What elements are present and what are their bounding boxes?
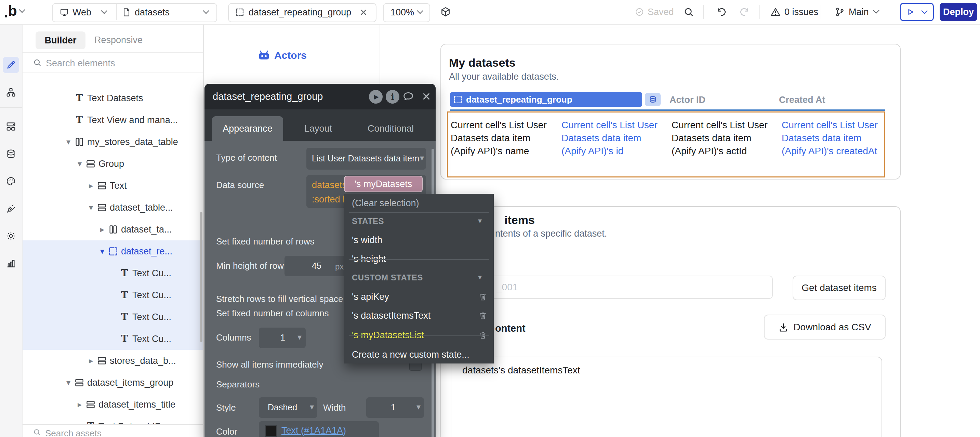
close-icon[interactable]	[421, 91, 431, 102]
rail-plug-button[interactable]	[3, 200, 19, 217]
zoom-control[interactable]: 100%	[383, 3, 430, 22]
property-editor-header[interactable]: dataset_repeating_group ▶ i	[204, 84, 436, 110]
custom-states-section-header[interactable]: CUSTOM STATES▾	[344, 269, 494, 287]
rail-pencil-button[interactable]	[3, 57, 19, 73]
caret-right-icon[interactable]: ▸	[97, 225, 107, 234]
run-chevron-icon	[921, 8, 928, 14]
rail-blocks-button[interactable]	[3, 118, 19, 135]
data-source-expression[interactable]: datasets	[312, 180, 347, 191]
custom-state-option-2[interactable]: 's myDatasetsList	[344, 326, 494, 344]
tree-item-dataset-items-group[interactable]: ▾dataset_items_group	[22, 372, 203, 394]
delete-state-icon[interactable]	[478, 311, 488, 320]
chip-data-badge[interactable]	[645, 93, 661, 106]
rail-palette-button[interactable]	[3, 173, 19, 189]
color-swatch[interactable]	[265, 425, 277, 437]
comment-icon[interactable]	[402, 91, 414, 103]
get-dataset-items-button[interactable]: Get dataset items	[792, 276, 886, 300]
columns-select[interactable]: 1 ▾	[259, 327, 306, 348]
branch-select[interactable]: Main	[849, 7, 869, 17]
platform-select[interactable]: Web	[73, 7, 91, 18]
rail-sitemap-button[interactable]	[3, 84, 19, 100]
info-button[interactable]: i	[386, 90, 399, 103]
search-elements-input[interactable]: Search elements	[46, 58, 115, 69]
tree-item-dataset-table[interactable]: ▾dataset_table...	[22, 197, 203, 218]
redo-icon[interactable]	[739, 6, 750, 17]
tree-scrollbar[interactable]	[200, 212, 202, 342]
tree-item-stores-data-b[interactable]: ▸stores_data_b...	[22, 350, 203, 372]
custom-state-option-0[interactable]: 's apiKey	[344, 288, 494, 306]
caret-down-icon[interactable]: ▾	[97, 246, 107, 256]
rail-chart-button[interactable]	[3, 255, 19, 272]
tree-item-text-cu[interactable]: TText Cu...	[22, 262, 203, 284]
clear-selection-option[interactable]: (Clear selection)	[344, 194, 494, 212]
cube-icon[interactable]	[440, 6, 451, 18]
actors-link[interactable]: Actors	[274, 49, 307, 61]
caret-down-icon[interactable]: ▾	[63, 137, 73, 147]
color-value-link[interactable]: Text (#1A1A1A)	[282, 425, 346, 436]
color-field[interactable]: Text (#1A1A1A)	[259, 421, 379, 437]
dataset-content-box[interactable]: datasets's datasetItemsText	[451, 357, 882, 437]
search-assets-input[interactable]: Search assets	[45, 428, 102, 437]
toolbar-divider	[821, 5, 821, 19]
section-collapse-icon[interactable]: ▾	[478, 216, 488, 226]
element-tab[interactable]: dataset_repeating_group	[228, 3, 377, 22]
element-selection-chip[interactable]: dataset_repeating_group	[450, 92, 642, 107]
rg-cell-1[interactable]: Current cell's List User Datasets data i…	[562, 119, 664, 157]
data-source-expression-tail[interactable]: :sorted b	[312, 194, 348, 205]
rg-cell-2[interactable]: Current cell's List User Datasets data i…	[671, 119, 774, 157]
search-icon[interactable]	[683, 6, 694, 17]
tree-item-text-cu[interactable]: TText Cu...	[22, 284, 203, 306]
tree-item-dataset-ta[interactable]: ▸dataset_ta...	[22, 218, 203, 240]
caret-right-icon[interactable]: ▸	[86, 356, 96, 365]
tree-item-dataset-items-title[interactable]: ▸dataset_items_title	[22, 394, 203, 415]
rg-cell-0[interactable]: Current cell's List User Datasets data i…	[451, 119, 557, 157]
caret-down-icon[interactable]: ▾	[75, 159, 85, 168]
dataset-id-input[interactable]: _001	[489, 276, 773, 299]
preview-button[interactable]: ▶	[369, 90, 383, 103]
section-collapse-icon[interactable]: ▾	[478, 273, 488, 283]
style-select[interactable]: Dashed ▾	[259, 397, 317, 418]
states-section-header[interactable]: STATES▾	[344, 212, 494, 230]
tree-item-dataset-re[interactable]: ▾dataset_re...	[22, 240, 203, 262]
caret-down-icon[interactable]: ▾	[86, 203, 96, 212]
tab-layout[interactable]: Layout	[304, 124, 332, 134]
tab-conditional[interactable]: Conditional	[368, 124, 414, 134]
tab-responsive[interactable]: Responsive	[94, 35, 143, 46]
rail-database-button[interactable]	[3, 146, 19, 162]
undo-icon[interactable]	[716, 6, 727, 17]
delete-state-icon[interactable]	[478, 330, 488, 340]
data-source-state-chip[interactable]: 's myDatasets	[344, 176, 423, 192]
delete-state-icon[interactable]	[478, 292, 488, 302]
bubble-logo[interactable]: b	[8, 3, 17, 19]
tree-item-my-stores-data-table[interactable]: ▾my_stores_data_table	[22, 131, 203, 153]
create-custom-state-option[interactable]: Create a new custom state...	[344, 345, 494, 364]
tree-item-text-datasets[interactable]: TText Datasets	[22, 87, 203, 109]
tree-item-label: Text Cu...	[132, 312, 203, 323]
tree-item-text[interactable]: ▸Text	[22, 175, 203, 197]
caret-right-icon[interactable]: ▸	[75, 400, 85, 409]
tree-item-text-cu[interactable]: TText Cu...	[22, 306, 203, 328]
left-icon-rail	[0, 24, 22, 437]
custom-state-option-1[interactable]: 's datasetItemsText	[344, 307, 494, 325]
type-of-content-select[interactable]: List User Datasets data item ▾	[306, 148, 426, 170]
tree-item-group[interactable]: ▾Group	[22, 153, 203, 175]
state-option-0[interactable]: 's width	[344, 231, 494, 249]
deploy-button[interactable]: Deploy	[940, 3, 977, 21]
state-option-1[interactable]: 's height	[344, 249, 494, 268]
tab-close-icon[interactable]	[360, 8, 368, 16]
caret-down-icon[interactable]: ▾	[63, 378, 73, 388]
download-csv-button[interactable]: Download as CSV	[764, 315, 886, 340]
tree-item-text-dataset-id[interactable]: TText Dataset ID	[22, 415, 203, 424]
rail-gear-button[interactable]	[3, 228, 19, 244]
tree-item-text-view-and-mana[interactable]: TText View and mana...	[22, 109, 203, 131]
issues-counter[interactable]: 0 issues	[784, 7, 818, 17]
tree-item-text-cu[interactable]: TText Cu...	[22, 328, 203, 350]
rg-cell-3[interactable]: Current cell's List User Datasets data i…	[782, 119, 884, 157]
separator-width-select[interactable]: 1 ▾	[366, 397, 424, 418]
tab-builder[interactable]: Builder	[35, 32, 86, 49]
logo-chevron-icon[interactable]	[19, 6, 25, 13]
tab-appearance[interactable]: Appearance	[212, 116, 283, 141]
caret-right-icon[interactable]: ▸	[86, 181, 96, 191]
preview-run-button[interactable]	[900, 3, 934, 21]
page-select[interactable]: datasets	[135, 7, 170, 18]
